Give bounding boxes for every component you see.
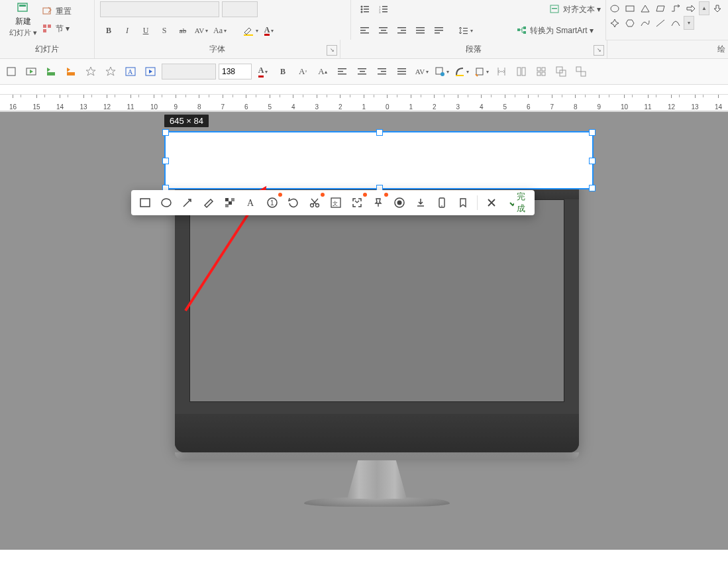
annot-rect-button[interactable] [136,194,154,211]
horizontal-ruler[interactable]: 1615141312111098765432101234567891011121… [0,95,728,111]
tool-crop[interactable] [3,64,20,79]
shape-star4[interactable] [607,16,622,30]
shape-outline-button[interactable]: ▾ [453,64,470,79]
font-size-input-top[interactable] [222,1,258,17]
tool-group[interactable] [552,64,570,79]
annot-fullscreen-button[interactable] [348,194,366,211]
align-right-button2[interactable] [374,64,391,79]
highlight-color-button[interactable]: ▾ [242,23,259,38]
text-icon: A [245,197,257,209]
para-dialog-launcher[interactable]: ↘ [594,45,604,56]
bold-button[interactable]: B [100,23,117,38]
annot-text-button[interactable]: A [242,194,260,211]
shape-arrow-down[interactable] [710,1,725,15]
tool-flag-green[interactable] [42,64,60,79]
strike-button[interactable]: ab [174,23,191,38]
annot-bookmark-button[interactable] [454,194,472,211]
tool-ungroup[interactable] [572,64,590,79]
shapes-gallery[interactable]: ▲ ▾ [605,0,728,40]
annot-pen-button[interactable] [200,194,217,211]
screenshot-selection[interactable] [164,131,594,189]
selection-handle-n[interactable] [376,129,383,136]
change-case-button[interactable]: Aa▾ [211,23,229,38]
annot-phone-button[interactable] [433,194,450,211]
layout-dropdown[interactable]: 幻灯片 ▾ [9,28,37,38]
annot-undo-button[interactable] [285,194,302,211]
align-distribute-button[interactable] [431,23,448,38]
annot-done-button[interactable]: 完成 [504,194,529,211]
font-size-input[interactable] [219,64,252,79]
increase-font-button[interactable]: A▴ [314,64,331,79]
bold-button2[interactable]: B [274,64,291,79]
tool-dist-b[interactable] [513,64,530,79]
tool-dist-a[interactable] [493,64,510,79]
tool-flag-orange[interactable] [62,64,79,79]
selection-handle-ne[interactable] [589,129,596,136]
tool-dist-c[interactable] [533,64,550,79]
annot-cut-button[interactable] [306,194,323,211]
svg-rect-5 [48,25,51,28]
monitor-chin [175,414,579,452]
shape-effects-button[interactable]: ▾ [473,64,490,79]
slide-canvas[interactable]: 645 × 84 A 1 文 完成 [0,112,728,550]
font-family-input[interactable] [100,1,219,17]
shape-ellipse[interactable] [607,1,622,15]
selection-handle-se[interactable] [589,185,596,191]
shadow-button[interactable]: S [156,23,173,38]
numbering-button[interactable]: 123 [375,1,392,17]
char-spacing-button[interactable]: AV▾ [193,23,210,38]
font-family-input2[interactable] [162,64,216,79]
svg-rect-8 [364,6,369,7]
shape-arc[interactable] [668,16,683,30]
annot-download-button[interactable] [412,194,429,211]
shape-line[interactable] [653,16,668,30]
align-center-button[interactable] [375,23,392,38]
tool-star-outline[interactable] [82,64,99,79]
new-slide-button[interactable]: 新建 幻灯片 ▾ [5,1,41,39]
selection-handle-w[interactable] [162,158,169,164]
annot-record-button[interactable] [391,194,408,211]
font-color-button2[interactable]: A▾ [254,64,272,79]
font-color-button[interactable]: A▾ [260,23,278,38]
case-label: Aa [213,26,223,36]
selection-handle-nw[interactable] [162,129,169,136]
annot-mosaic-button[interactable] [221,194,238,211]
tool-star-outline2[interactable] [102,64,119,79]
shape-triangle[interactable] [638,1,652,15]
shape-rect[interactable] [623,1,637,15]
bullets-button[interactable] [356,1,374,17]
char-spacing-button2[interactable]: AV▾ [413,64,431,79]
shape-parallelogram[interactable] [653,1,668,15]
align-right-button[interactable] [393,23,411,38]
superscript-button[interactable]: A² [294,64,311,79]
line-spacing-button[interactable]: ▾ [457,23,474,38]
gallery-more[interactable]: ▾ [684,16,694,30]
shape-hexagon[interactable] [623,16,637,30]
shape-connector[interactable] [668,1,683,15]
align-justify-button[interactable] [412,23,429,38]
annot-close-button[interactable] [483,194,500,211]
shape-curve[interactable] [638,16,652,30]
annot-number-button[interactable]: 1 [264,194,281,211]
gallery-scroll-up[interactable]: ▲ [699,1,709,15]
align-left-button[interactable] [356,23,374,38]
selection-handle-e[interactable] [589,158,596,164]
shape-fill-button[interactable]: ▾ [433,64,450,79]
tool-textbox-play[interactable] [142,64,159,79]
annot-pin-button[interactable] [370,194,387,211]
annot-arrow-button[interactable] [179,194,196,211]
font-dialog-launcher[interactable]: ↘ [327,45,337,56]
shape-arrow-right[interactable] [684,1,698,15]
tool-textbox-a[interactable]: A [122,64,139,79]
reset-slide-button[interactable]: 重置 [42,3,82,19]
section-button[interactable]: 节 ▾ [42,21,82,36]
annot-ellipse-button[interactable] [158,194,175,211]
align-left-button2[interactable] [334,64,351,79]
svg-rect-83 [225,204,229,207]
align-center-button2[interactable] [354,64,371,79]
annot-ocr-button[interactable]: 文 [327,194,344,211]
underline-button[interactable]: U [137,23,154,38]
italic-button[interactable]: I [119,23,136,38]
align-justify-button2[interactable] [393,64,411,79]
tool-play[interactable] [23,64,40,79]
